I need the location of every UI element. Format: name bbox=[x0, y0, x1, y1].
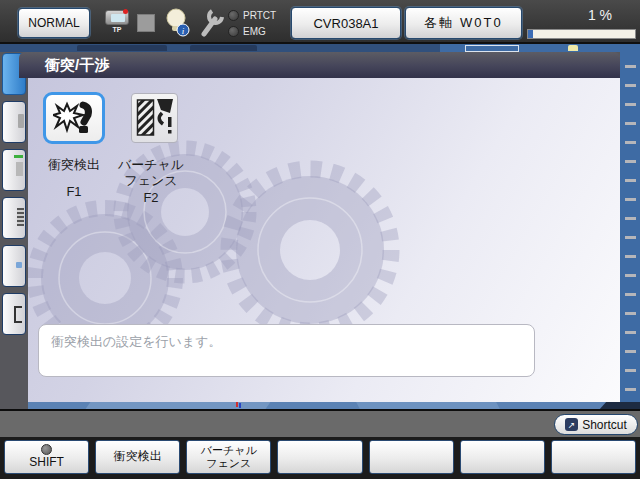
viewport-axis-blue bbox=[239, 403, 241, 408]
background-scrollbar-strip bbox=[620, 52, 640, 403]
dialog-content: 衝突検出 F1 バーチャル フェンス F2 衝突検出の設定を行います。 bbox=[28, 78, 620, 402]
shortcut-label: Shortcut bbox=[582, 418, 627, 432]
left-sidebar bbox=[0, 52, 28, 409]
message-box: 衝突検出の設定を行います。 bbox=[38, 324, 535, 377]
sidebar-button-4[interactable] bbox=[2, 197, 26, 239]
tp-label: TP bbox=[104, 26, 130, 33]
background-screen-top-strip bbox=[0, 44, 640, 52]
background-tab bbox=[190, 45, 257, 51]
viewport-shape bbox=[600, 402, 640, 409]
fkey-virtual-fence-line2: フェンス bbox=[206, 457, 251, 470]
fkey-virtual-fence[interactable]: バーチャル フェンス bbox=[186, 440, 271, 474]
speed-value: 1 % bbox=[560, 7, 640, 23]
sidebar-button-icon-fragment bbox=[16, 162, 23, 176]
fkey-shift-label: SHIFT bbox=[29, 456, 64, 470]
shift-led-icon bbox=[41, 444, 52, 455]
fkey-blank-7[interactable] bbox=[551, 440, 636, 474]
sidebar-button-icon-fragment bbox=[14, 306, 22, 323]
background-outlined-tab bbox=[465, 45, 519, 52]
emg-label: EMG bbox=[243, 26, 266, 37]
sidebar-button-icon-fragment bbox=[17, 208, 24, 226]
sidebar-button-icon-fragment bbox=[16, 262, 22, 268]
tp-status-dot bbox=[123, 9, 128, 14]
background-yellow-tab bbox=[568, 45, 578, 51]
sidebar-button-icon-fragment bbox=[14, 155, 23, 158]
fkey-shift[interactable]: SHIFT bbox=[4, 440, 89, 474]
blank-square-icon bbox=[137, 14, 155, 32]
top-status-bar: NORMAL TP i PRTCT bbox=[0, 0, 640, 44]
virtual-fence-fkey: F2 bbox=[106, 190, 196, 205]
mode-button[interactable]: NORMAL bbox=[18, 8, 90, 38]
function-key-row: SHIFT 衝突検出 バーチャル フェンス bbox=[0, 437, 640, 479]
prtct-label: PRTCT bbox=[243, 10, 276, 21]
sidebar-button-icon-fragment bbox=[18, 114, 24, 128]
shortcut-button[interactable]: ↗ Shortcut bbox=[554, 414, 638, 435]
scrollbar-ticks bbox=[625, 55, 636, 400]
virtual-fence-label-line2: フェンス bbox=[106, 172, 196, 190]
background-viewport-strip bbox=[28, 402, 640, 409]
tp-screen bbox=[111, 14, 125, 22]
fkey-blank-4[interactable] bbox=[277, 440, 362, 474]
fkey-blank-6[interactable] bbox=[460, 440, 545, 474]
teach-pendant-screen: NORMAL TP i PRTCT bbox=[0, 0, 640, 479]
fkey-blank-5[interactable] bbox=[369, 440, 454, 474]
sidebar-button-2[interactable] bbox=[2, 101, 26, 143]
viewport-axis-red bbox=[236, 402, 238, 407]
emg-led bbox=[228, 26, 239, 37]
background-tab bbox=[77, 45, 167, 51]
speed-progress-bar bbox=[527, 29, 636, 39]
collision-detect-button[interactable] bbox=[43, 92, 105, 144]
lamp-info-icon: i bbox=[165, 8, 191, 38]
fkey-virtual-fence-line1: バーチャル bbox=[201, 444, 257, 457]
teach-pendant-icon: TP bbox=[104, 10, 130, 34]
prtct-led bbox=[228, 10, 239, 21]
prtct-indicator: PRTCT bbox=[228, 9, 290, 21]
dialog-title: 衝突/干渉 bbox=[45, 56, 109, 75]
program-name-button[interactable]: CVR038A1 bbox=[291, 7, 401, 39]
sidebar-button-3[interactable] bbox=[2, 149, 26, 191]
speed-progress-fill bbox=[528, 30, 533, 38]
dialog-title-bar: 衝突/干渉 bbox=[19, 52, 620, 78]
fkey-collision-detect[interactable]: 衝突検出 bbox=[95, 440, 180, 474]
viewport-shape bbox=[86, 402, 271, 409]
fkey-collision-label: 衝突検出 bbox=[114, 450, 162, 464]
viewport-shape bbox=[356, 402, 500, 409]
virtual-fence-icon bbox=[136, 97, 174, 139]
wrench-icon bbox=[197, 8, 225, 38]
bottom-chrome-bar: ↗ Shortcut bbox=[0, 409, 640, 437]
shortcut-arrow-icon: ↗ bbox=[565, 418, 578, 431]
virtual-fence-button[interactable] bbox=[131, 93, 178, 143]
message-text: 衝突検出の設定を行います。 bbox=[51, 334, 222, 349]
tp-device-body bbox=[105, 10, 129, 25]
sidebar-button-6[interactable] bbox=[2, 293, 26, 335]
emg-indicator: EMG bbox=[228, 25, 290, 37]
motion-mode-button[interactable]: 各軸 W0T0 bbox=[405, 7, 522, 39]
collision-burst-icon bbox=[53, 100, 95, 136]
sidebar-button-5[interactable] bbox=[2, 245, 26, 287]
